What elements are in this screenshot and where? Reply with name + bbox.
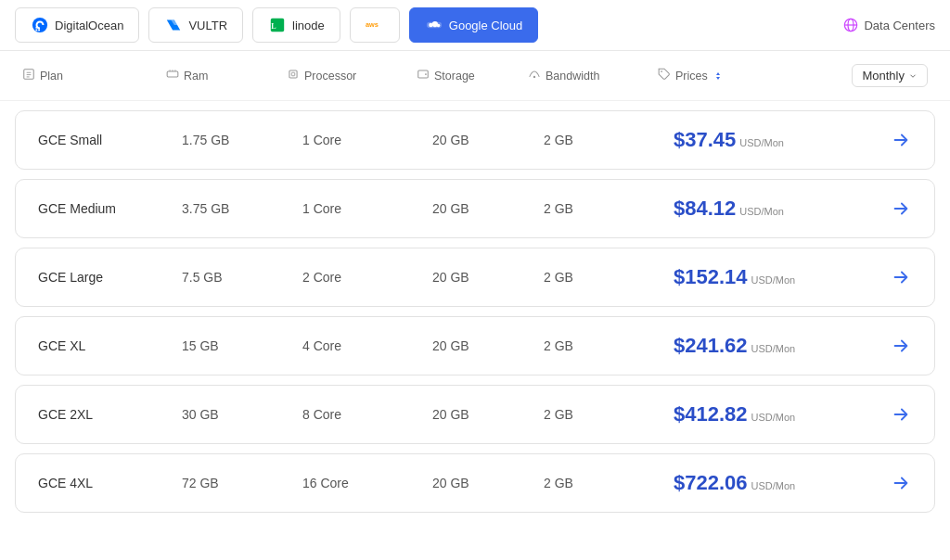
storage-icon: [417, 68, 430, 83]
svg-rect-3: [36, 27, 38, 29]
plan-name: GCE Large: [38, 270, 182, 285]
price-unit: USD/Mon: [739, 206, 784, 217]
plan-ram: 3.75 GB: [182, 201, 302, 216]
plan-name: GCE XL: [38, 338, 182, 353]
ram-icon: [166, 68, 179, 83]
plan-bandwidth: 2 GB: [544, 476, 674, 490]
row-arrow[interactable]: [882, 473, 919, 493]
plan-storage: 20 GB: [432, 201, 544, 216]
price-amount: $152.14: [674, 265, 748, 289]
plan-ram: 7.5 GB: [182, 270, 302, 285]
plan-bandwidth: 2 GB: [544, 133, 674, 147]
plan-ram: 15 GB: [182, 338, 302, 353]
plan-ram: 30 GB: [182, 407, 302, 422]
data-centers-label: Data Centers: [864, 19, 935, 32]
price-unit: USD/Mon: [751, 412, 796, 423]
plan-processor: 16 Core: [302, 476, 432, 490]
table-row[interactable]: GCE Medium 3.75 GB 1 Core 20 GB 2 GB $84…: [15, 179, 935, 238]
vultr-label: VULTR: [188, 19, 227, 32]
svg-rect-20: [167, 71, 178, 77]
digitalocean-label: DigitalOcean: [55, 19, 123, 32]
plan-price: $412.82 USD/Mon: [674, 402, 882, 426]
plan-bandwidth: 2 GB: [544, 201, 674, 216]
plan-price: $152.14 USD/Mon: [674, 265, 882, 289]
price-amount: $84.12: [674, 197, 736, 221]
provider-googlecloud[interactable]: Google Cloud: [409, 7, 539, 43]
monthly-selector[interactable]: Monthly: [826, 64, 928, 87]
col-header-prices: Prices: [658, 68, 826, 83]
plan-name: GCE 4XL: [38, 476, 182, 490]
svg-rect-2: [36, 30, 38, 32]
plan-price: $241.62 USD/Mon: [674, 334, 882, 358]
col-header-bandwidth: Bandwidth: [528, 68, 658, 83]
table-row[interactable]: GCE XL 15 GB 4 Core 20 GB 2 GB $241.62 U…: [15, 316, 935, 375]
plan-bandwidth: 2 GB: [544, 338, 674, 353]
svg-rect-16: [24, 70, 34, 80]
svg-rect-1: [38, 30, 40, 32]
googlecloud-icon: [425, 16, 443, 34]
aws-icon: aws: [366, 16, 384, 34]
price-amount: $722.06: [674, 471, 748, 495]
googlecloud-label: Google Cloud: [449, 19, 523, 32]
plan-processor: 8 Core: [302, 407, 432, 422]
digitalocean-icon: [31, 16, 49, 34]
row-arrow[interactable]: [882, 267, 919, 287]
col-header-ram: Ram: [166, 68, 287, 83]
svg-point-29: [661, 70, 662, 72]
processor-icon: [287, 68, 300, 83]
vultr-icon: [164, 16, 183, 34]
plan-storage: 20 GB: [432, 270, 544, 285]
plan-storage: 20 GB: [432, 476, 544, 490]
price-unit: USD/Mon: [739, 137, 784, 148]
price-amount: $37.45: [674, 128, 736, 152]
plan-ram: 72 GB: [182, 476, 302, 490]
plans-list: GCE Small 1.75 GB 1 Core 20 GB 2 GB $37.…: [0, 101, 950, 522]
plan-bandwidth: 2 GB: [544, 407, 674, 422]
plan-price: $84.12 USD/Mon: [674, 197, 882, 221]
col-header-processor: Processor: [287, 68, 417, 83]
table-row[interactable]: GCE Small 1.75 GB 1 Core 20 GB 2 GB $37.…: [15, 110, 935, 170]
row-arrow[interactable]: [882, 198, 919, 219]
plan-processor: 1 Core: [302, 133, 432, 147]
svg-rect-24: [289, 70, 297, 78]
row-arrow[interactable]: [882, 336, 919, 356]
provider-aws[interactable]: aws: [350, 7, 400, 43]
col-header-storage: Storage: [417, 68, 528, 83]
linode-icon: L: [268, 16, 287, 34]
plan-name: GCE Small: [38, 133, 182, 147]
plan-storage: 20 GB: [432, 338, 544, 353]
provider-vultr[interactable]: VULTR: [148, 7, 243, 43]
plan-processor: 1 Core: [302, 201, 432, 216]
globe-icon: [843, 18, 858, 32]
data-centers-button[interactable]: Data Centers: [843, 18, 935, 32]
table-row[interactable]: GCE Large 7.5 GB 2 Core 20 GB 2 GB $152.…: [15, 248, 935, 307]
sort-icon: [712, 70, 724, 82]
price-amount: $412.82: [674, 402, 748, 426]
table-header: Plan Ram Processor Storage Bandwidth Pri…: [0, 51, 950, 101]
price-unit: USD/Mon: [751, 274, 796, 286]
provider-digitalocean[interactable]: DigitalOcean: [15, 7, 139, 43]
bandwidth-icon: [528, 68, 541, 83]
svg-point-12: [436, 24, 440, 28]
table-row[interactable]: GCE 2XL 30 GB 8 Core 20 GB 2 GB $412.82 …: [15, 385, 935, 444]
plan-name: GCE 2XL: [38, 407, 182, 422]
plan-price: $37.45 USD/Mon: [674, 128, 882, 152]
prices-icon: [658, 68, 671, 83]
plan-ram: 1.75 GB: [182, 133, 302, 147]
price-amount: $241.62: [674, 334, 748, 358]
plan-icon: [22, 68, 35, 83]
linode-label: linode: [292, 19, 325, 32]
row-arrow[interactable]: [882, 130, 919, 150]
provider-nav: DigitalOcean VULTR L linode aws: [0, 0, 950, 51]
plan-storage: 20 GB: [432, 407, 544, 422]
col-header-plan: Plan: [22, 68, 166, 83]
svg-point-27: [425, 73, 427, 75]
plan-name: GCE Medium: [38, 201, 182, 216]
plan-processor: 2 Core: [302, 270, 432, 285]
row-arrow[interactable]: [882, 404, 919, 425]
plan-bandwidth: 2 GB: [544, 270, 674, 285]
price-unit: USD/Mon: [751, 343, 796, 354]
provider-linode[interactable]: L linode: [252, 7, 340, 43]
plan-price: $722.06 USD/Mon: [674, 471, 882, 495]
table-row[interactable]: GCE 4XL 72 GB 16 Core 20 GB 2 GB $722.06…: [15, 453, 935, 513]
